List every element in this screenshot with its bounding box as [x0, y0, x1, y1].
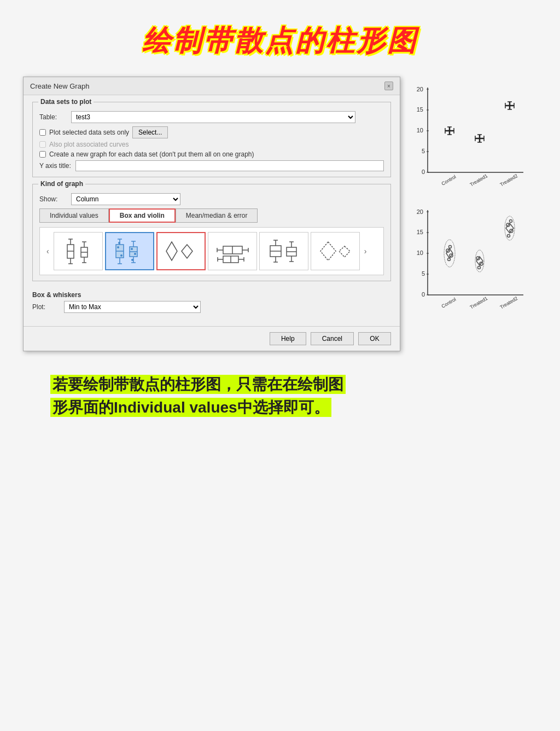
svg-text:10: 10: [417, 250, 423, 256]
show-label: Show:: [39, 195, 67, 203]
plot-selected-label: Plot selected data sets only: [49, 129, 129, 136]
select-button[interactable]: Select...: [132, 126, 168, 138]
svg-text:15: 15: [417, 229, 423, 235]
icon-diamond-outline-svg: [316, 236, 354, 266]
svg-point-19: [120, 254, 122, 257]
charts-area: 0 5 10 15 20 Control Treated1 Treated2: [406, 77, 526, 316]
help-button[interactable]: Help: [270, 332, 306, 345]
data-point-treated1: [475, 135, 484, 142]
also-plot-label: Also plot associated curves: [49, 141, 129, 148]
bottom-text-area: 若要绘制带散点的柱形图，只需在在绘制图 形界面的Individual value…: [39, 373, 521, 419]
scroll-left-arrow[interactable]: ‹: [44, 247, 51, 256]
box-whiskers-section: Box & whiskers Plot: Min to Max: [32, 288, 391, 320]
icon-simple-box-svg: [59, 236, 97, 266]
y-axis-label: Y axis title:: [39, 162, 71, 170]
dialog-title: Create New Graph: [30, 82, 89, 90]
violin-control: [444, 240, 455, 267]
svg-marker-31: [182, 245, 192, 258]
svg-text:0: 0: [422, 291, 425, 298]
ok-button[interactable]: OK: [358, 332, 391, 345]
plot-selected-row: Plot selected data sets only Select...: [39, 126, 384, 138]
table-select[interactable]: test3: [71, 111, 355, 123]
show-row: Show: Column: [39, 193, 384, 205]
graph-type-tabs: Individual values Box and violin Mean/me…: [39, 208, 384, 223]
svg-text:20: 20: [417, 86, 423, 92]
graph-icon-6[interactable]: [311, 232, 360, 270]
svg-text:5: 5: [422, 270, 425, 277]
bottom-text-paragraph: 若要绘制带散点的柱形图，只需在在绘制图 形界面的Individual value…: [50, 373, 510, 419]
dialog-body: Data sets to plot Table: test3 Plot sele…: [24, 95, 400, 326]
chart-2: 0 5 10 15 20 Control Treated1 Treated2: [406, 205, 526, 316]
create-new-graph-checkbox[interactable]: [39, 151, 46, 158]
svg-point-110: [448, 258, 451, 261]
close-button[interactable]: ×: [384, 82, 393, 90]
data-point-treated2: [505, 102, 514, 109]
svg-marker-57: [339, 246, 350, 257]
violin-treated1: [475, 250, 484, 272]
svg-marker-30: [166, 242, 177, 260]
svg-text:Treated1: Treated1: [469, 295, 489, 310]
svg-text:Treated1: Treated1: [469, 173, 489, 188]
dialog-footer: Help Cancel OK: [24, 326, 400, 351]
plot-select[interactable]: Min to Max: [64, 301, 201, 313]
chart-1-svg: 0 5 10 15 20 Control Treated1 Treated2: [406, 82, 526, 192]
create-new-graph-label: Create a new graph for each data set (do…: [49, 150, 254, 158]
svg-point-121: [508, 235, 510, 237]
highlight-text-2: 形界面的Individual values中选择即可。: [50, 398, 331, 417]
data-sets-section: Data sets to plot Table: test3 Plot sele…: [32, 102, 391, 177]
page-title: 绘制带散点的柱形图: [131, 22, 429, 60]
y-axis-row: Y axis title:: [39, 160, 384, 171]
icon-box-arrows-svg: [265, 236, 303, 266]
dialog-titlebar: Create New Graph ×: [24, 77, 400, 95]
svg-text:10: 10: [417, 127, 423, 134]
chart-2-svg: 0 5 10 15 20 Control Treated1 Treated2: [406, 205, 526, 314]
violin-treated2: [505, 216, 515, 240]
also-plot-checkbox[interactable]: [39, 141, 46, 148]
box-whiskers-label: Box & whiskers: [32, 291, 391, 299]
highlight-text: 若要绘制带散点的柱形图，只需在在绘制图: [50, 375, 346, 394]
svg-text:Control: Control: [440, 297, 457, 309]
svg-point-116: [478, 266, 481, 269]
show-select[interactable]: Column: [71, 193, 180, 205]
cancel-button[interactable]: Cancel: [311, 332, 354, 345]
y-axis-input[interactable]: [75, 160, 384, 171]
graph-icon-3-highlighted[interactable]: [156, 232, 206, 270]
create-new-graph-row: Create a new graph for each data set (do…: [39, 150, 384, 158]
also-plot-row: Also plot associated curves: [39, 141, 384, 148]
tab-box-violin[interactable]: Box and violin: [109, 208, 176, 223]
svg-text:0: 0: [422, 169, 425, 175]
svg-point-28: [134, 253, 136, 255]
main-content: Create New Graph × Data sets to plot Tab…: [23, 77, 537, 351]
data-point-control: [445, 127, 454, 135]
svg-point-20: [118, 242, 120, 244]
kind-of-graph-label: Kind of graph: [38, 180, 85, 188]
chart-1: 0 5 10 15 20 Control Treated1 Treated2: [406, 82, 526, 194]
svg-text:Treated2: Treated2: [499, 295, 519, 310]
svg-point-27: [131, 248, 133, 250]
icon-horizontal-box-svg: [213, 236, 252, 266]
graph-icon-2-selected[interactable]: [105, 232, 154, 270]
svg-point-106: [444, 240, 455, 267]
graph-icon-picker: ‹: [39, 227, 384, 275]
tab-individual-values[interactable]: Individual values: [39, 208, 109, 223]
table-row: Table: test3: [39, 111, 384, 123]
svg-text:20: 20: [417, 208, 423, 215]
dialog-window: Create New Graph × Data sets to plot Tab…: [23, 77, 400, 351]
icon-diamonds-svg: [162, 236, 200, 266]
graph-icon-4[interactable]: [208, 232, 257, 270]
svg-marker-56: [320, 242, 336, 260]
icon-box-with-dots-svg: [110, 236, 149, 266]
graph-icon-1[interactable]: [54, 232, 103, 270]
scroll-right-arrow[interactable]: ›: [362, 247, 369, 256]
table-label: Table:: [39, 113, 67, 121]
svg-point-111: [449, 246, 452, 248]
tab-mean-median[interactable]: Mean/median & error: [176, 208, 258, 223]
plot-row: Plot: Min to Max: [32, 301, 391, 313]
plot-selected-checkbox[interactable]: [39, 129, 46, 136]
svg-point-18: [117, 246, 119, 248]
plot-label: Plot:: [32, 303, 60, 311]
kind-of-graph-section: Kind of graph Show: Column Individual va…: [32, 184, 391, 281]
data-sets-section-label: Data sets to plot: [38, 98, 94, 106]
svg-point-29: [131, 259, 133, 261]
graph-icon-5[interactable]: [259, 232, 308, 270]
